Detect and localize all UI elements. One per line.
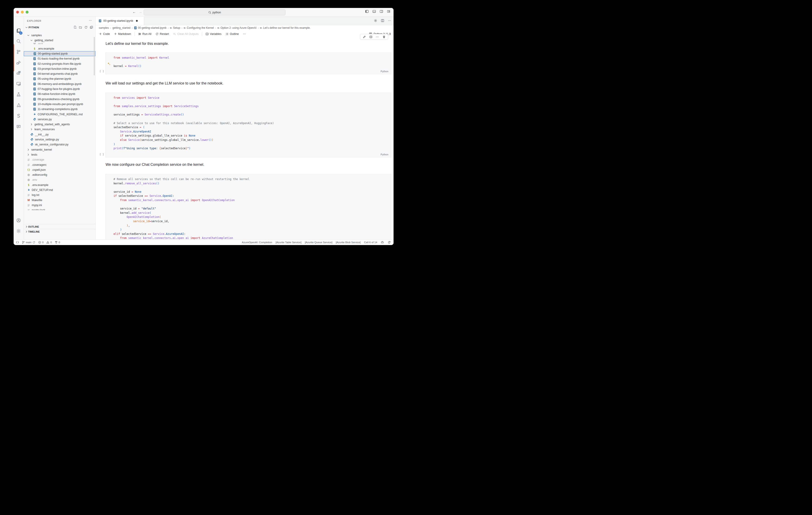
activity-item-azure[interactable]: [13, 100, 24, 110]
tree-file-.env.example[interactable]: $.env.example: [24, 183, 95, 187]
gear-icon[interactable]: [374, 19, 377, 22]
code-cell[interactable]: from services import Service from sample…: [105, 93, 391, 157]
modified-dot-icon[interactable]: [136, 20, 138, 22]
activity-item-s-extension[interactable]: [13, 111, 24, 120]
breadcrumb-item[interactable]: M↓Setup: [170, 26, 180, 29]
tree-file-CONFIGURING_THE_KERNEL.md[interactable]: CONFIGURING_THE_KERNEL.md: [24, 112, 95, 117]
collapse-all-icon[interactable]: [90, 26, 93, 29]
status-notifications[interactable]: [387, 241, 391, 244]
edit-icon[interactable]: [362, 35, 366, 38]
split-cell-icon[interactable]: [369, 35, 373, 38]
tree-file-mypy.ini[interactable]: mypy.ini: [24, 203, 95, 208]
activity-item-settings[interactable]: [13, 226, 24, 236]
copilot-sparkle-icon[interactable]: ✦✦: [107, 62, 110, 65]
code-cell[interactable]: from semantic_kernel import Kernel kerne…: [105, 53, 391, 74]
tree-file-.cspell.json[interactable]: {}.cspell.json: [24, 168, 95, 172]
activity-item-chat[interactable]: [13, 122, 24, 131]
zoom-button[interactable]: [26, 11, 29, 13]
status-azurite-blob-service[interactable]: [Azurite Blob Service]: [336, 241, 361, 244]
new-folder-icon[interactable]: [79, 26, 82, 29]
toolbar-markdown-button[interactable]: Markdown: [112, 31, 133, 36]
tree-file-__init__.py[interactable]: __init__.py: [24, 132, 95, 137]
layout-grid-icon[interactable]: [387, 10, 390, 13]
tree-folder-getting_started[interactable]: getting_started: [24, 38, 95, 43]
tree-file-service_settings.py[interactable]: service_settings.py: [24, 137, 95, 142]
tree-file-.env.example[interactable]: $.env.example: [24, 46, 95, 51]
activity-item-remote-explorer[interactable]: [13, 79, 24, 88]
tree-file-.coveragerc[interactable]: .coveragerc: [24, 162, 95, 168]
tree-folder-semantic_kernel[interactable]: semantic_kernel: [24, 147, 95, 152]
tree-file-06-memory-and-embeddings.ipynb[interactable]: 06-memory-and-embeddings.ipynb: [24, 82, 95, 87]
layout-sidebar-right-icon[interactable]: [380, 10, 383, 13]
breadcrumb-item[interactable]: getting_started: [112, 26, 130, 29]
code-cell[interactable]: # Remove all services so that this cell …: [105, 174, 391, 240]
tree-file-09-groundedness-checking.ipynb[interactable]: 09-groundedness-checking.ipynb: [24, 97, 95, 102]
activity-item-explorer[interactable]: 1: [13, 26, 24, 35]
tree-file-DEV_SETUP.md[interactable]: DEV_SETUP.md: [24, 187, 95, 192]
minimize-button[interactable]: [21, 11, 24, 13]
toolbar-restart-button[interactable]: Restart: [154, 31, 170, 36]
status-errors[interactable]: 0: [38, 241, 44, 244]
refresh-icon[interactable]: [84, 26, 88, 29]
breadcrumb-item[interactable]: M↓Option 2: using Azure OpenAI: [218, 26, 257, 29]
forward-button[interactable]: →: [139, 10, 142, 14]
tree-folder-getting_started_with_agents[interactable]: getting_started_with_agents: [24, 122, 95, 127]
back-button[interactable]: ←: [133, 10, 136, 14]
status-azurite-queue-service[interactable]: [Azurite Queue Service]: [305, 241, 332, 244]
breadcrumb-item[interactable]: 00-getting-started.ipynb: [134, 26, 166, 29]
tree-file-11-streaming-completions.ipynb[interactable]: 11-streaming-completions.ipynb: [24, 107, 95, 112]
tree-file-.coverage[interactable]: .coverage: [24, 157, 95, 162]
breadcrumb-item[interactable]: M↓Configuring the Kernel: [184, 26, 214, 29]
tree-file-services.py[interactable]: services.py: [24, 117, 95, 122]
tree-folder-tests[interactable]: tests: [24, 152, 95, 157]
more-icon[interactable]: ⋯: [388, 19, 391, 22]
toolbar-more-button[interactable]: ⋯: [241, 31, 248, 36]
activity-item-extensions[interactable]: [13, 69, 24, 78]
toolbar-outline-button[interactable]: Outline: [224, 31, 240, 36]
toolbar-code-button[interactable]: Code: [97, 31, 112, 36]
layout-panel-icon[interactable]: [373, 10, 376, 13]
toolbar-variables-button[interactable]: (x)Variables: [204, 31, 223, 36]
status-copilot[interactable]: [381, 241, 384, 244]
outline-section[interactable]: OUTLINE: [24, 224, 95, 229]
markdown-cell[interactable]: We will load our settings and get the LL…: [106, 81, 223, 85]
tree-file-04-kernel-arguments-chat.ipynb[interactable]: 04-kernel-arguments-chat.ipynb: [24, 71, 95, 76]
status-branch[interactable]: main: [22, 241, 35, 244]
activity-item-run-debug[interactable]: [13, 58, 24, 67]
tree-file-.env[interactable]: .env: [24, 177, 95, 182]
status-ports[interactable]: 0: [55, 241, 60, 244]
section-python[interactable]: PYTHON: [24, 25, 95, 30]
tree-file-.env[interactable]: .env: [24, 43, 95, 46]
tree-file-00-getting-started.ipynb[interactable]: 00-getting-started.ipynb: [24, 51, 95, 56]
toolbar-clear-all-outputs-button[interactable]: Clear All Outputs: [171, 31, 200, 36]
activity-item-source-control[interactable]: [13, 47, 24, 56]
more-icon[interactable]: ⋯: [376, 35, 379, 38]
close-button[interactable]: [16, 11, 19, 13]
activity-item-accounts[interactable]: [13, 216, 24, 225]
markdown-cell[interactable]: We now configure our Chat Completion ser…: [106, 162, 204, 167]
status-cell-indicator[interactable]: Cell 6 of 14: [364, 241, 377, 244]
explorer-more-icon[interactable]: ⋯: [89, 18, 92, 22]
status-azurite-table-service[interactable]: [Azurite Table Service]: [276, 241, 301, 244]
tree-file-sk_service_configurator.py[interactable]: sk_service_configurator.py: [24, 142, 95, 147]
tree-file-07-hugging-face-for-plugins.ipynb[interactable]: 07-hugging-face-for-plugins.ipynb: [24, 87, 95, 91]
activity-item-testing[interactable]: [13, 90, 24, 99]
tree-file-01-basic-loading-the-kernel.ipynb[interactable]: 01-basic-loading-the-kernel.ipynb: [24, 56, 95, 61]
new-file-icon[interactable]: [74, 26, 77, 29]
tree-file-log.txt[interactable]: log.txt: [24, 192, 95, 198]
breadcrumb-item[interactable]: M↓Let's define our kernel for this examp…: [260, 26, 311, 29]
toolbar-run-all-button[interactable]: Run All: [137, 31, 153, 36]
tree-file-Makefile[interactable]: MMakefile: [24, 198, 95, 203]
tab-notebook[interactable]: 00-getting-started.ipynb: [96, 17, 144, 25]
tree-file-10-multiple-results-per-prompt.ipynb[interactable]: 10-multiple-results-per-prompt.ipynb: [24, 102, 95, 107]
tree-folder-learn_resources[interactable]: learn_resources: [24, 127, 95, 132]
status-warnings[interactable]: 0: [46, 241, 52, 244]
trash-icon[interactable]: [382, 35, 386, 38]
tree-file-.editorconfig[interactable]: .editorconfig: [24, 172, 95, 177]
tree-file-02-running-prompts-from-file.ipynb[interactable]: 02-running-prompts-from-file.ipynb: [24, 61, 95, 66]
cell-language-label[interactable]: Python: [381, 153, 388, 156]
sidebar-scrollbar[interactable]: [94, 37, 95, 75]
markdown-cell[interactable]: Let's define our kernel for this example…: [106, 42, 169, 46]
tree-file-poetry.lock[interactable]: poetry.lock: [24, 208, 95, 210]
status-remote[interactable]: [16, 241, 19, 244]
